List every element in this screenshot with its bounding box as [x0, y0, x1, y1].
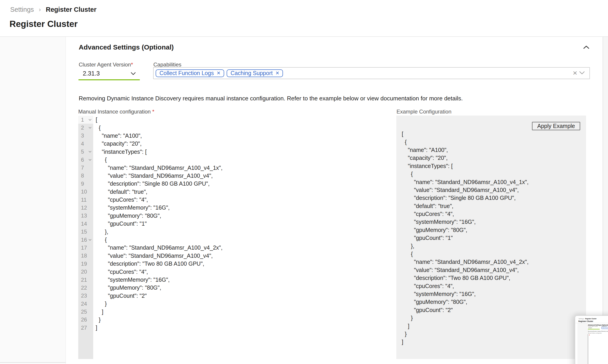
code-text: {	[96, 125, 101, 131]
chip-remove-icon[interactable]: ×	[217, 70, 220, 76]
mini-manual-label: Manual Instance configuration	[588, 333, 606, 334]
breadcrumb-separator-icon: ›	[39, 6, 41, 13]
example-code-text: "systemMemory": "16G",	[402, 291, 476, 297]
mini-required-dot	[589, 335, 590, 335]
example-line: {	[402, 250, 529, 258]
code-text: "value": "Standard_ND96amsr_A100_v4",	[96, 172, 213, 179]
example-code-text: "gpuCount": "1"	[402, 235, 453, 241]
line-number: 4	[78, 141, 84, 147]
example-line: "cpuCores": "4",	[402, 210, 529, 218]
code-text: "gpuMemory": "80G",	[96, 212, 161, 219]
gutter-cell: 10	[78, 188, 93, 196]
example-code-text: "value": "Standard_ND96amsr_A100_v4",	[402, 267, 519, 273]
code-text: "gpuCount": "2"	[96, 293, 147, 299]
code-text: "default": "true",	[96, 189, 147, 195]
editor-line: 7 "name": "Standard_ND96amsr_A100_v4_1x"…	[78, 164, 393, 172]
page-preview-thumbnail[interactable]: Settings › Register Cluster Register Clu…	[575, 315, 608, 364]
example-code-text: "cpuCores": "4",	[402, 211, 454, 217]
gutter-cell: 11	[78, 196, 93, 204]
example-line: }	[402, 314, 529, 322]
example-code-text: ]	[402, 339, 403, 345]
example-code-text: "description": "Single 80 GB A100 GPU",	[402, 195, 516, 201]
mini-page-title: Register Cluster	[578, 320, 593, 322]
line-number: 10	[78, 189, 87, 195]
example-line: "cpuCores": "4",	[402, 282, 529, 290]
gutter-cell: 23	[78, 292, 93, 300]
capabilities-label: Capabilities	[153, 62, 181, 68]
fold-chevron-icon[interactable]	[88, 119, 92, 121]
cluster-agent-version-value: 2.31.3	[83, 70, 100, 77]
chevron-down-icon[interactable]	[579, 71, 585, 74]
manual-config-label: Manual Instance configuration *	[78, 108, 154, 115]
breadcrumb: Settings › Register Cluster	[10, 6, 96, 13]
example-code-text: [	[402, 131, 403, 137]
capability-chip-label: Caching Support	[230, 70, 273, 77]
example-code-text: "gpuCount": "2"	[402, 307, 453, 313]
example-line: "instanceTypes": [	[402, 162, 529, 170]
example-line: "systemMemory": "16G",	[402, 218, 529, 226]
editor-line: 4 "capacity": "20",	[78, 140, 393, 148]
example-line: "value": "Standard_ND96amsr_A100_v4",	[402, 266, 529, 274]
line-number: 6	[78, 157, 84, 163]
fold-chevron-icon[interactable]	[88, 151, 92, 153]
chevron-up-icon	[583, 45, 589, 49]
example-line: }	[402, 330, 529, 338]
code-text: ]	[96, 309, 103, 315]
gutter-cell: 1	[78, 116, 93, 124]
apply-example-button[interactable]: Apply Example	[532, 122, 580, 130]
editor-line: 10 "default": "true",	[78, 188, 393, 196]
code-text: {	[96, 236, 107, 243]
gutter-cell: 24	[78, 300, 93, 308]
manual-config-editor[interactable]: 1 [ 2 { 3 "name": "A100", 4 "capacity": …	[78, 116, 393, 332]
line-number: 15	[78, 229, 87, 235]
editor-line: 21 "systemMemory": "16G",	[78, 276, 393, 284]
example-line: "value": "Standard_ND96amsr_A100_v4",	[402, 186, 529, 194]
editor-line: 8 "value": "Standard_ND96amsr_A100_v4",	[78, 172, 393, 180]
fold-chevron-icon[interactable]	[88, 127, 92, 129]
page-header: Settings › Register Cluster Register Clu…	[0, 0, 608, 36]
code-text: "cpuCores": "4",	[96, 269, 148, 275]
example-code-text: }	[402, 315, 413, 321]
example-config-code: [ { "name": "A100", "capacity": "20", "i…	[402, 130, 529, 346]
breadcrumb-settings-link[interactable]: Settings	[10, 6, 34, 13]
example-code-text: "value": "Standard_ND96amsr_A100_v4",	[402, 187, 519, 193]
cluster-agent-version-select[interactable]: 2.31.3	[79, 67, 140, 80]
cluster-agent-version-label: Cluster Agent Version*	[79, 62, 133, 68]
example-code-text: ]	[402, 323, 410, 329]
editor-line: 15 },	[78, 228, 393, 235]
section-collapse-button[interactable]	[582, 43, 591, 51]
capabilities-multiselect[interactable]: Collect Function Logs × Caching Support …	[153, 67, 590, 79]
capabilities-clear-icon[interactable]: ×	[573, 68, 577, 77]
capability-chip-label: Collect Function Logs	[159, 70, 214, 77]
example-line: "gpuCount": "1"	[402, 234, 529, 242]
gutter-cell: 21	[78, 276, 93, 284]
right-margin-strip	[603, 37, 608, 364]
code-text: }	[96, 300, 107, 307]
editor-line: 22 "gpuMemory": "80G",	[78, 284, 393, 292]
line-number: 2	[78, 125, 84, 131]
code-text: "name": "Standard_ND96amsr_A100_v4_2x",	[96, 244, 223, 251]
example-line: "default": "true",	[402, 202, 529, 210]
code-text: }	[96, 316, 101, 323]
example-line: },	[402, 242, 529, 250]
code-text: "instanceTypes": [	[96, 149, 146, 155]
editor-line: 26 }	[78, 316, 393, 324]
line-number: 17	[78, 245, 87, 251]
code-text: ]	[96, 325, 97, 331]
gutter-cell: 2	[78, 124, 93, 131]
mini-editor-gutter	[587, 334, 589, 364]
required-asterisk: *	[152, 108, 154, 115]
fold-chevron-icon[interactable]	[88, 159, 92, 161]
example-line: "gpuMemory": "80G",	[402, 226, 529, 234]
editor-line: 20 "cpuCores": "4",	[78, 268, 393, 276]
header-divider	[0, 36, 608, 37]
fold-chevron-icon[interactable]	[88, 239, 92, 241]
line-number: 8	[78, 172, 84, 179]
chip-remove-icon[interactable]: ×	[276, 70, 279, 76]
mini-note: Removing Dynamic Instance Discovery requ…	[588, 331, 608, 332]
capabilities-chip-row: Collect Function Logs × Caching Support …	[156, 69, 285, 77]
example-code-text: {	[402, 251, 413, 257]
editor-line: 14 "gpuCount": "1"	[78, 220, 393, 228]
example-line: "gpuMemory": "80G",	[402, 298, 529, 306]
editor-line: 16 {	[78, 236, 393, 244]
